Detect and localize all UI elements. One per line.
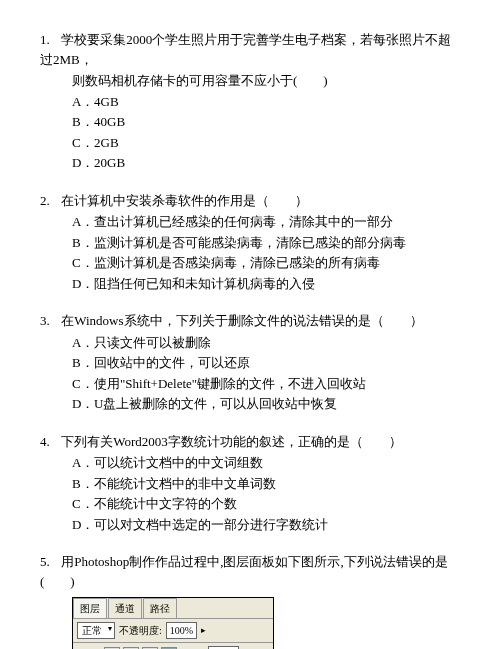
blend-mode-select[interactable]: 正常 [77,622,115,639]
option-c: C．不能统计中文字符的个数 [72,494,462,514]
question-number: 4. [40,432,58,452]
lock-fill-row: 锁定: ▦ ✎ ✥ 🔒 填充: 100% ▸ [73,643,273,649]
panel-tabs: 图层 通道 路径 [73,598,273,619]
option-a: A．只读文件可以被删除 [72,333,462,353]
option-a: A．查出计算机已经感染的任何病毒，清除其中的一部分 [72,212,462,232]
options: A．只读文件可以被删除 B．回收站中的文件，可以还原 C．使用"Shift+De… [40,333,462,414]
option-a: A．可以统计文档中的中文词组数 [72,453,462,473]
options: A．查出计算机已经感染的任何病毒，清除其中的一部分 B．监测计算机是否可能感染病… [40,212,462,293]
options: A．可以统计文档中的中文词组数 B．不能统计文档中的非中文单词数 C．不能统计中… [40,453,462,534]
chevron-right-icon[interactable]: ▸ [201,624,206,638]
tab-layers[interactable]: 图层 [73,598,107,618]
option-d: D．20GB [72,153,462,173]
question-number: 2. [40,191,58,211]
question-3: 3. 在Windows系统中，下列关于删除文件的说法错误的是（ ） A．只读文件… [40,311,462,414]
option-b: B．40GB [72,112,462,132]
question-text: 下列有关Word2003字数统计功能的叙述，正确的是（ ） [61,434,402,449]
opacity-value[interactable]: 100% [166,622,197,639]
options: A．4GB B．40GB C．2GB D．20GB [40,92,462,173]
option-b: B．监测计算机是否可能感染病毒，清除已感染的部分病毒 [72,233,462,253]
option-a: A．4GB [72,92,462,112]
blend-opacity-row: 正常 不透明度: 100% ▸ [73,619,273,643]
question-stem: 4. 下列有关Word2003字数统计功能的叙述，正确的是（ ） [40,432,462,452]
question-number: 3. [40,311,58,331]
opacity-label: 不透明度: [119,623,162,638]
option-c: C．2GB [72,133,462,153]
option-c: C．使用"Shift+Delete"键删除的文件，不进入回收站 [72,374,462,394]
option-d: D．阻挡任何已知和未知计算机病毒的入侵 [72,274,462,294]
question-1: 1. 学校要采集2000个学生照片用于完善学生电子档案，若每张照片不超过2MB，… [40,30,462,173]
question-stem: 1. 学校要采集2000个学生照片用于完善学生电子档案，若每张照片不超过2MB， [40,30,462,69]
option-c: C．监测计算机是否感染病毒，清除已感染的所有病毒 [72,253,462,273]
tab-paths[interactable]: 路径 [143,598,177,618]
option-d: D．可以对文档中选定的一部分进行字数统计 [72,515,462,535]
question-stem: 2. 在计算机中安装杀毒软件的作用是（ ） [40,191,462,211]
question-text: 在Windows系统中，下列关于删除文件的说法错误的是（ ） [61,313,422,328]
question-text: 在计算机中安装杀毒软件的作用是（ ） [61,193,308,208]
question-stem: 3. 在Windows系统中，下列关于删除文件的说法错误的是（ ） [40,311,462,331]
question-2: 2. 在计算机中安装杀毒软件的作用是（ ） A．查出计算机已经感染的任何病毒，清… [40,191,462,294]
option-d: D．U盘上被删除的文件，可以从回收站中恢复 [72,394,462,414]
photoshop-layers-panel: 图层 通道 路径 正常 不透明度: 100% ▸ 锁定: ▦ ✎ ✥ 🔒 填充:… [72,597,274,649]
question-number: 1. [40,30,58,50]
question-number: 5. [40,552,58,572]
option-b: B．回收站中的文件，可以还原 [72,353,462,373]
question-text-line1: 学校要采集2000个学生照片用于完善学生电子档案，若每张照片不超过2MB， [40,32,451,67]
tab-channels[interactable]: 通道 [108,598,142,618]
question-text: 用Photoshop制作作品过程中,图层面板如下图所示,下列说法错误的是( ) [40,554,448,589]
question-stem: 5. 用Photoshop制作作品过程中,图层面板如下图所示,下列说法错误的是(… [40,552,462,591]
question-text-line2: 则数码相机存储卡的可用容量不应小于( ) [40,71,462,91]
question-5: 5. 用Photoshop制作作品过程中,图层面板如下图所示,下列说法错误的是(… [40,552,462,649]
option-b: B．不能统计文档中的非中文单词数 [72,474,462,494]
question-4: 4. 下列有关Word2003字数统计功能的叙述，正确的是（ ） A．可以统计文… [40,432,462,535]
